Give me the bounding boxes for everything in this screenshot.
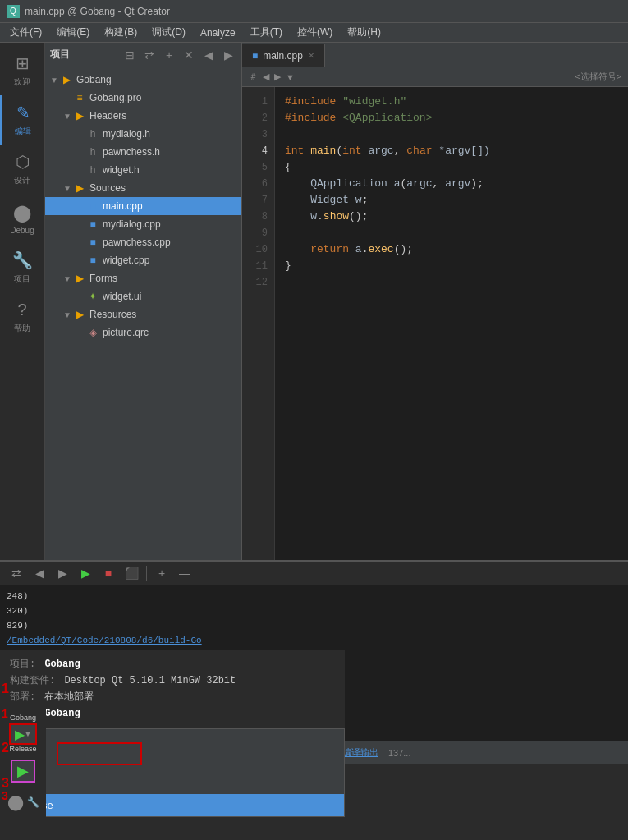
sidebar-label-welcome: 欢迎	[14, 76, 30, 88]
ctx-item-profile[interactable]: Profile	[1, 772, 344, 794]
align-btn[interactable]: ⇄	[7, 563, 26, 583]
tree-label: widget.h	[103, 164, 140, 176]
filter-btn[interactable]: ⊟	[121, 47, 138, 63]
tree-item-mydialog_cpp[interactable]: ■ mydialog.cpp	[45, 215, 241, 233]
menu-edit[interactable]: 编辑(E)	[50, 24, 96, 41]
sidebar-item-debug[interactable]: ⬤ Debug	[0, 194, 45, 243]
code-line-8: w.show();	[285, 209, 618, 225]
line-7: 7	[242, 192, 274, 209]
sidebar-item-edit[interactable]: ✎ 编辑	[0, 95, 45, 145]
tree-item-gobangpro[interactable]: ≡ Gobang.pro	[45, 89, 241, 107]
nav-left[interactable]: ◀	[200, 47, 217, 63]
tree-icon: h	[86, 127, 99, 140]
menu-analyze[interactable]: Analyze	[194, 25, 242, 40]
nav-right-btn[interactable]: ▶	[53, 563, 72, 583]
ctx-item-debug[interactable]: Debug	[1, 750, 344, 772]
add-btn[interactable]: +	[161, 47, 177, 63]
add-output-btn[interactable]: +	[152, 563, 172, 583]
tree-item-mydialog_h[interactable]: h mydialog.h	[45, 125, 241, 143]
main-layout: ⊞ 欢迎 ✎ 编辑 ⬡ 设计 ⬤ Debug 🔧 项目 ? 帮助 项目 ⊟ ⇄	[0, 43, 628, 560]
run-dropdown-arrow[interactable]: ▼	[25, 730, 32, 738]
tree-item-pawnchess_h[interactable]: h pawnchess.h	[45, 143, 241, 161]
ctx-item-release[interactable]: Release	[1, 794, 344, 816]
project-panel: 项目 ⊟ ⇄ + ✕ ◀ ▶ ▼ ▶ Gobang ≡ Gobang.pro ▼…	[45, 43, 242, 560]
tree-item-pawnchess_cpp[interactable]: ■ pawnchess.cpp	[45, 233, 241, 251]
tree-item-main_cpp[interactable]: ■ main.cpp	[45, 197, 241, 215]
nav-prev[interactable]: ◀	[263, 71, 269, 82]
code-line-2: #include <QApplication>	[285, 110, 618, 126]
extra-count: 137...	[388, 748, 411, 758]
run-toolbar: ⇄ ◀ ▶ ▶ ■ ⬛ + —	[0, 561, 628, 585]
run-button[interactable]: ▶ ▼	[9, 723, 37, 745]
info-deploy-val: 在本地部署	[44, 691, 94, 703]
nav-next[interactable]: ▶	[274, 71, 281, 82]
info-deploy: 部署: 在本地部署	[10, 689, 335, 705]
step-icon[interactable]: ⬤	[7, 793, 24, 811]
symbol-select[interactable]: <选择符号>	[575, 71, 621, 83]
line-5: 5	[242, 159, 274, 176]
tree-item-widget_h[interactable]: h widget.h	[45, 161, 241, 179]
nav-right[interactable]: ▶	[220, 47, 236, 63]
stop-btn[interactable]: ■	[99, 563, 118, 583]
tree-item-widget_ui[interactable]: ✦ widget.ui	[45, 287, 241, 305]
badge-3-overlay: 3	[2, 776, 9, 791]
tree-item-gobang[interactable]: ▼ ▶ Gobang	[45, 71, 241, 89]
project-info-box: 项目: Gobang 构建套件: Desktop Qt 5.10.1 MinGW…	[0, 650, 345, 729]
sidebar-item-welcome[interactable]: ⊞ 欢迎	[0, 46, 45, 95]
step-btn[interactable]: ⬛	[121, 563, 141, 583]
code-content[interactable]: #include "widget.h" #include <QApplicati…	[275, 87, 628, 560]
tools-icon[interactable]: 🔧	[27, 796, 39, 808]
nav-down[interactable]: ▼	[286, 72, 295, 82]
minus-btn[interactable]: —	[175, 563, 195, 583]
close-btn[interactable]: ✕	[181, 47, 197, 63]
sidebar-item-help[interactable]: ? 帮助	[0, 292, 45, 342]
tree-icon: ▶	[73, 308, 86, 321]
sidebar-label-design: 设计	[14, 175, 30, 186]
menu-debug[interactable]: 调试(D)	[145, 24, 192, 41]
menu-help[interactable]: 帮助(H)	[341, 24, 387, 41]
symbol-hash: ＃	[249, 71, 258, 83]
editor-tab-main[interactable]: ■ main.cpp ✕	[242, 44, 325, 67]
code-line-5: {	[285, 159, 618, 176]
project-icon: 🔧	[12, 250, 33, 270]
tree-icon: ▶	[73, 272, 86, 285]
sidebar-item-project[interactable]: 🔧 项目	[0, 243, 45, 292]
tree-label: pawnchess.cpp	[103, 236, 171, 248]
window-title: main.cpp @ Gobang - Qt Creator	[25, 6, 170, 17]
line-numbers: 1 2 3 4 5 6 7 8 9 10 11 12	[242, 87, 275, 560]
info-project: 项目: Gobang	[10, 656, 335, 672]
sidebar-label-help: 帮助	[14, 323, 30, 334]
menu-file[interactable]: 文件(F)	[3, 24, 48, 41]
nav-left-btn[interactable]: ◀	[30, 563, 49, 583]
code-line-3	[285, 126, 618, 143]
menu-controls[interactable]: 控件(W)	[291, 24, 339, 41]
code-line-9	[285, 225, 618, 241]
tree-item-sources[interactable]: ▼ ▶ Sources	[45, 179, 241, 197]
line-10: 10	[242, 241, 274, 258]
badge-3: 3	[2, 789, 8, 802]
line-6: 6	[242, 176, 274, 192]
sync-btn[interactable]: ⇄	[141, 47, 158, 63]
code-editor[interactable]: 1 2 3 4 5 6 7 8 9 10 11 12 #include "wid…	[242, 87, 628, 560]
compile-output-link[interactable]: 编译输出	[342, 746, 378, 759]
line-9: 9	[242, 225, 274, 241]
menu-tools[interactable]: 工具(T)	[244, 24, 289, 41]
tree-item-forms[interactable]: ▼ ▶ Forms	[45, 269, 241, 287]
ctx-section-label: 构建	[1, 729, 344, 750]
tree-item-resources[interactable]: ▼ ▶ Resources	[45, 305, 241, 324]
tree-item-widget_cpp[interactable]: ■ widget.cpp	[45, 251, 241, 269]
help-icon: ?	[17, 301, 26, 319]
debug-play-button[interactable]: ▶	[11, 760, 35, 783]
tree-label: widget.ui	[103, 291, 141, 302]
separator	[146, 566, 147, 581]
sidebar-item-design[interactable]: ⬡ 设计	[0, 145, 45, 194]
tree-item-picture_qrc[interactable]: ◈ picture.qrc	[45, 324, 241, 342]
code-line-4: int main(int argc, char *argv[])	[285, 143, 618, 159]
design-icon: ⬡	[16, 152, 30, 172]
play-btn[interactable]: ▶	[76, 563, 95, 583]
menu-build[interactable]: 构建(B)	[98, 24, 144, 41]
tab-close-btn[interactable]: ✕	[308, 51, 314, 60]
tree-item-headers[interactable]: ▼ ▶ Headers	[45, 107, 241, 125]
badge-1: 1	[2, 707, 8, 720]
left-bottom-panel: 1 Gobang ▶ ▼ Release ▶ 3 ⬤ 🔧	[0, 705, 46, 817]
